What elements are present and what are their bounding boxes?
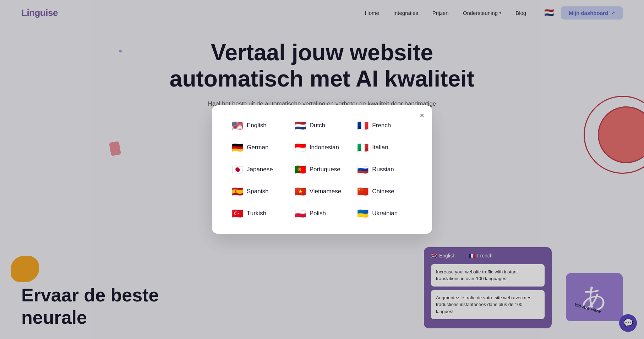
german-flag: 🇩🇪 [232,143,243,152]
lang-ukrainian[interactable]: 🇺🇦 Ukrainian [355,207,414,219]
lang-indonesian[interactable]: 🇮🇩 Indonesian [293,141,352,154]
lang-vietnamese[interactable]: 🇻🇳 Vietnamese [293,185,352,198]
vietnamese-flag: 🇻🇳 [295,187,306,196]
lang-japanese[interactable]: 🇯🇵 Japanese [230,163,289,176]
indonesian-flag: 🇮🇩 [295,143,306,152]
english-flag: 🇺🇸 [232,121,243,130]
chinese-flag: 🇨🇳 [357,187,369,196]
italian-label: Italian [372,144,388,151]
polish-label: Polish [310,210,326,217]
vietnamese-label: Vietnamese [310,188,341,195]
close-button[interactable]: × [420,112,424,120]
lang-italian[interactable]: 🇮🇹 Italian [355,141,414,154]
ukrainian-label: Ukrainian [372,210,398,217]
chinese-label: Chinese [372,188,394,195]
ukrainian-flag: 🇺🇦 [357,209,369,218]
lang-english[interactable]: 🇺🇸 English [230,120,289,132]
turkish-label: Turkish [247,210,266,217]
spanish-flag: 🇪🇸 [232,187,243,196]
dutch-label: Dutch [310,122,325,129]
japanese-flag: 🇯🇵 [232,165,243,174]
russian-label: Russian [372,166,394,173]
spanish-label: Spanish [247,188,268,195]
lang-chinese[interactable]: 🇨🇳 Chinese [355,185,414,198]
english-label: English [247,122,267,129]
french-flag: 🇫🇷 [357,121,369,130]
lang-russian[interactable]: 🇷🇺 Russian [355,163,414,176]
russian-flag: 🇷🇺 [357,165,369,174]
japanese-label: Japanese [247,166,273,173]
polish-flag: 🇵🇱 [295,209,306,218]
indonesian-label: Indonesian [310,144,339,151]
lang-spanish[interactable]: 🇪🇸 Spanish [230,185,289,198]
italian-flag: 🇮🇹 [357,143,369,152]
german-label: German [247,144,268,151]
lang-french[interactable]: 🇫🇷 French [355,120,414,132]
lang-portuguese[interactable]: 🇵🇹 Portuguese [293,163,352,176]
lang-dutch[interactable]: 🇳🇱 Dutch [293,120,352,132]
portuguese-label: Portuguese [310,166,340,173]
french-label: French [372,122,391,129]
language-grid: 🇺🇸 English 🇳🇱 Dutch 🇫🇷 French 🇩🇪 German … [230,120,414,219]
language-modal: × 🇺🇸 English 🇳🇱 Dutch 🇫🇷 French 🇩🇪 Germa… [212,105,432,234]
modal-overlay: × 🇺🇸 English 🇳🇱 Dutch 🇫🇷 French 🇩🇪 Germa… [0,0,644,339]
dutch-flag: 🇳🇱 [295,121,306,130]
turkish-flag: 🇹🇷 [232,209,243,218]
lang-turkish[interactable]: 🇹🇷 Turkish [230,207,289,219]
portuguese-flag: 🇵🇹 [295,165,306,174]
lang-german[interactable]: 🇩🇪 German [230,141,289,154]
lang-polish[interactable]: 🇵🇱 Polish [293,207,352,219]
